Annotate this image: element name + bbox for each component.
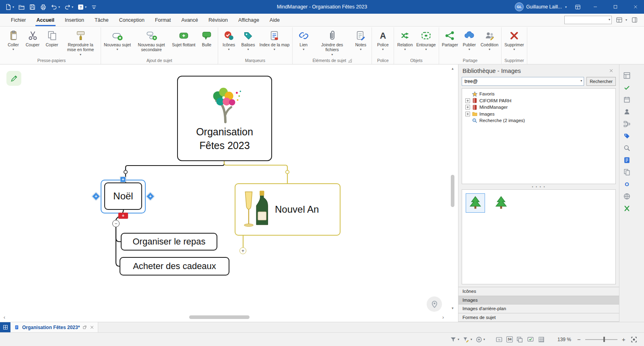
horizontal-scroll-track[interactable] <box>7 314 440 320</box>
library-tree-item-0[interactable]: Favoris <box>463 91 615 97</box>
popout-icon[interactable] <box>83 325 87 329</box>
menu-tab-affichage[interactable]: Affichage <box>233 14 264 26</box>
panel-toggle-icon[interactable] <box>631 16 639 24</box>
account-menu[interactable]: GL Guillaume Laill... ▾ <box>513 2 568 11</box>
zoom-slider[interactable] <box>585 336 617 342</box>
expand-icon[interactable] <box>465 112 470 116</box>
menu-tab-révision[interactable]: Révision <box>203 14 233 26</box>
layers-button[interactable] <box>516 336 524 343</box>
scroll-down-icon[interactable]: ▼ <box>451 306 454 311</box>
map-view-icon[interactable] <box>0 322 10 332</box>
vertical-scroll-track[interactable] <box>449 72 456 306</box>
topic-nouvel-an[interactable]: Nouvel An <box>235 183 341 236</box>
floating-topic-button[interactable]: Sujet flottant <box>170 29 197 48</box>
map-canvas[interactable]: Organisation Fêtes 2023 Noël + + + + <box>0 64 458 322</box>
web-panel-icon[interactable] <box>622 192 631 201</box>
topic-acheter-des-cadeaux[interactable]: Acheter des cadeaux <box>120 257 229 276</box>
task-info-icon[interactable] <box>622 155 631 164</box>
vertical-scroll-thumb[interactable] <box>451 175 454 207</box>
menu-tab-aide[interactable]: Aide <box>264 14 285 26</box>
zoom-out-button[interactable]: − <box>576 336 582 343</box>
customize-quick-access-button[interactable] <box>89 1 99 12</box>
library-section-ic-nes[interactable]: Icônes <box>458 287 619 296</box>
add-topic-handle-top[interactable]: + <box>120 176 126 182</box>
snippets-icon[interactable] <box>622 168 631 176</box>
cut-button[interactable]: Couper <box>23 29 42 48</box>
notes-button[interactable]: Notes▾ <box>351 29 370 52</box>
redo-button[interactable]: ▾ <box>62 1 75 12</box>
outline-view-icon[interactable]: O <box>622 180 631 189</box>
search-button[interactable]: Rechercher <box>586 77 616 86</box>
library-panel-icon[interactable] <box>622 71 631 80</box>
search-panel-icon[interactable] <box>622 143 631 152</box>
schedule-icon[interactable] <box>622 95 631 104</box>
location-pin-button[interactable] <box>427 296 442 312</box>
hyperlink-button[interactable]: Lien▾ <box>294 29 313 52</box>
tags-button[interactable]: Balises▾ <box>239 29 258 52</box>
relationship-button[interactable]: Relation▾ <box>395 29 415 52</box>
expand-branch-button[interactable]: + <box>239 247 246 254</box>
filter-edit-button[interactable]: ▾ <box>462 336 472 343</box>
map-parts-icon[interactable] <box>622 119 631 128</box>
topic-root[interactable]: Organisation Fêtes 2023 <box>177 76 272 161</box>
collapse-branch-button[interactable]: − <box>112 220 120 227</box>
add-topic-handle-left[interactable]: + <box>93 193 99 199</box>
topic-organiser-le-repas[interactable]: Organiser le repas <box>121 233 217 251</box>
filter-add-button[interactable]: ▾ <box>475 336 485 343</box>
share-button[interactable]: Partager <box>440 29 460 48</box>
document-tab[interactable]: Organisation Fêtes 2023* <box>10 322 98 332</box>
help-button[interactable]: ?▾ <box>76 1 88 12</box>
horizontal-scroll-thumb[interactable] <box>189 315 250 319</box>
resources-icon[interactable] <box>622 107 631 116</box>
new-subtopic-button[interactable]: Nouveau sujet secondaire <box>132 29 170 53</box>
format-painter-button[interactable]: Reproduire la mise en forme▾ <box>62 29 99 57</box>
add-subtopic-handle[interactable]: + <box>118 213 128 219</box>
fit-map-button[interactable] <box>630 336 638 343</box>
dialog-launcher-icon[interactable] <box>348 59 352 62</box>
chevron-down-icon[interactable]: ▾ <box>580 79 582 83</box>
tree-image-2[interactable] <box>491 193 511 213</box>
font-button[interactable]: APolice▾ <box>373 29 392 52</box>
excel-export-icon[interactable] <box>622 204 631 213</box>
expand-icon[interactable] <box>465 105 470 110</box>
horizontal-scrollbar[interactable]: ‹ › <box>2 314 446 320</box>
close-icon[interactable] <box>627 0 644 14</box>
maximize-icon[interactable] <box>607 0 624 14</box>
library-search-input[interactable] <box>462 77 584 86</box>
boundary-button[interactable]: Entourage▾ <box>415 29 437 52</box>
callout-button[interactable]: Bulle <box>197 29 217 48</box>
slide-check-button[interactable] <box>527 336 535 343</box>
paste-button[interactable]: Coller▾ <box>4 29 23 52</box>
view-switcher-icon[interactable] <box>616 16 624 24</box>
menu-tab-insertion[interactable]: Insertion <box>60 14 89 26</box>
menu-tab-format[interactable]: Format <box>150 14 176 26</box>
save-button[interactable] <box>27 1 37 12</box>
new-document-button[interactable]: ▾ <box>3 1 16 12</box>
slide-percent-button[interactable]: % <box>495 336 503 343</box>
edit-mode-badge[interactable] <box>6 71 21 86</box>
filter-button[interactable]: ▾ <box>450 336 459 343</box>
tags-panel-icon[interactable] <box>622 131 631 140</box>
menu-tab-fichier[interactable]: Fichier <box>6 14 31 26</box>
open-button[interactable] <box>17 1 27 12</box>
expand-icon[interactable] <box>465 98 470 103</box>
library-section-images-d-arri-re-plan[interactable]: Images d'arrière-plan <box>458 305 619 313</box>
smart-rules-icon[interactable] <box>622 83 631 92</box>
topic-noel[interactable]: Noël <box>104 182 142 210</box>
icon-markers-button[interactable]: Icônes▾ <box>219 29 239 52</box>
map-index-button[interactable]: Index de la map▾ <box>258 29 291 52</box>
scroll-up-icon[interactable]: ▲ <box>451 66 454 72</box>
attach-button[interactable]: Joindre des fichiers▾ <box>313 29 351 57</box>
library-section-formes-de-sujet[interactable]: Formes de sujet <box>458 313 619 322</box>
copy-button[interactable]: Copier <box>42 29 62 48</box>
print-button[interactable] <box>38 1 48 12</box>
vertical-scrollbar[interactable]: ▲ ▼ <box>449 66 456 311</box>
zoom-slider-thumb[interactable] <box>603 337 605 342</box>
tree-image-1[interactable] <box>466 193 485 213</box>
library-tree-item-4[interactable]: Recherche (2 images) <box>463 117 615 124</box>
window-layout-icon[interactable] <box>572 0 584 14</box>
minimize-icon[interactable] <box>587 0 604 14</box>
coediting-button[interactable]: Coédition▾ <box>479 29 500 52</box>
publish-button[interactable]: Publier▾ <box>460 29 479 52</box>
grid-button[interactable] <box>538 336 545 343</box>
